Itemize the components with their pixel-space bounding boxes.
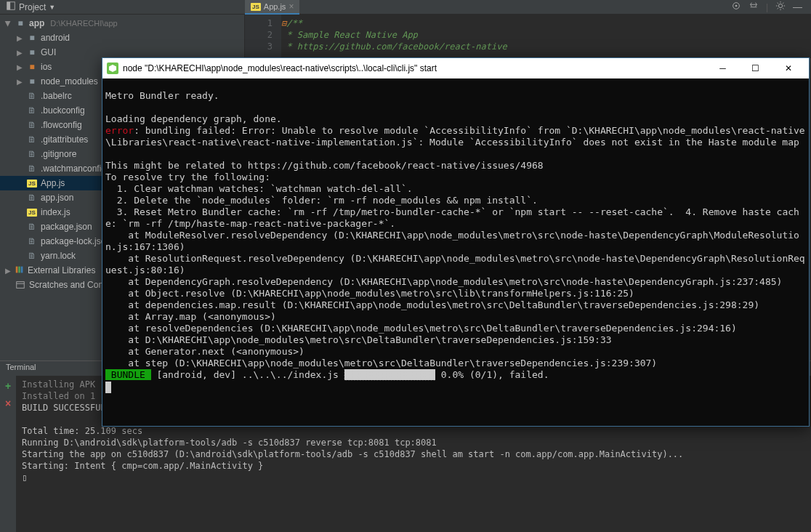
file-name-label: index.js bbox=[41, 207, 70, 217]
file-name-label: .buckconfig bbox=[41, 105, 85, 116]
folder-icon: ■ bbox=[26, 47, 38, 57]
chevron-right-icon[interactable]: ▶ bbox=[4, 267, 12, 275]
file-name-label: .babelrc bbox=[41, 91, 72, 101]
window-titlebar[interactable]: node "D:\KHARECHI\app\node_modules\react… bbox=[102, 58, 809, 78]
file-icon: 🗎 bbox=[26, 91, 38, 101]
tab-app-js[interactable]: JS App.js × bbox=[245, 0, 299, 15]
file-icon: 🗎 bbox=[26, 105, 38, 116]
file-icon: 🗎 bbox=[26, 193, 38, 203]
code-editor[interactable]: ⊟/** * Sample React Native App * https:/… bbox=[281, 15, 811, 58]
ext-libs-label: External Libraries bbox=[28, 265, 95, 275]
root-name: app bbox=[29, 18, 44, 28]
tab-filename: App.js bbox=[264, 2, 286, 11]
file-name-label: .watchmanconfig bbox=[41, 164, 106, 174]
node-icon bbox=[107, 63, 118, 74]
library-icon bbox=[15, 265, 25, 277]
chevron-down-icon: ▼ bbox=[49, 4, 55, 11]
folder-icon: ■ bbox=[15, 18, 26, 28]
editor-gutter: 1 2 3 bbox=[245, 15, 281, 58]
node-console-output[interactable]: Metro Bundler ready. Loading dependency … bbox=[102, 78, 809, 426]
minimize-button[interactable]: ─ bbox=[706, 58, 739, 78]
collapse-icon[interactable] bbox=[749, 1, 759, 13]
folder-icon: ■ bbox=[26, 76, 38, 86]
window-title: node "D:\KHARECHI\app\node_modules\react… bbox=[123, 63, 702, 73]
file-name-label: app.json bbox=[41, 193, 73, 203]
divider: | bbox=[766, 2, 768, 12]
chevron-down-icon[interactable]: ▶ bbox=[4, 20, 12, 27]
svg-rect-1 bbox=[7, 2, 10, 10]
svg-rect-5 bbox=[16, 266, 18, 273]
terminal-add-icon[interactable]: + bbox=[5, 380, 11, 392]
js-file-icon: JS bbox=[26, 180, 38, 188]
file-name-label: GUI bbox=[41, 47, 56, 57]
file-name-label: .flowconfig bbox=[41, 120, 82, 130]
file-name-label: .gitattributes bbox=[41, 134, 88, 145]
gear-icon[interactable] bbox=[775, 1, 786, 13]
svg-point-3 bbox=[735, 5, 738, 7]
tab-close-icon[interactable]: × bbox=[289, 1, 294, 12]
hide-icon[interactable]: — bbox=[793, 1, 802, 12]
svg-rect-8 bbox=[17, 282, 25, 289]
folder-icon: ■ bbox=[26, 33, 38, 43]
tree-root[interactable]: ▶ ■ app D:\KHARECHI\app bbox=[0, 16, 244, 31]
node-console-window: node "D:\KHARECHI\app\node_modules\react… bbox=[102, 57, 810, 427]
file-name-label: ios bbox=[41, 62, 52, 72]
js-file-icon: JS bbox=[251, 3, 261, 11]
chevron-right-icon[interactable]: ▶ bbox=[16, 78, 23, 86]
file-icon: 🗎 bbox=[26, 236, 38, 246]
file-icon: 🗎 bbox=[26, 149, 38, 159]
target-icon[interactable] bbox=[731, 1, 741, 13]
project-dropdown[interactable]: Project ▼ bbox=[3, 0, 58, 15]
tree-item-android[interactable]: ▶■android bbox=[0, 31, 244, 45]
file-name-label: android bbox=[41, 33, 70, 43]
folder-icon: ■ bbox=[26, 62, 38, 72]
file-icon: 🗎 bbox=[26, 251, 38, 261]
file-icon: 🗎 bbox=[26, 134, 38, 145]
close-button[interactable]: ✕ bbox=[772, 58, 804, 78]
file-name-label: node_modules bbox=[41, 76, 98, 86]
js-file-icon: JS bbox=[26, 209, 38, 217]
svg-point-4 bbox=[778, 4, 782, 7]
file-name-label: App.js bbox=[41, 178, 65, 188]
scratch-icon bbox=[15, 280, 26, 290]
file-icon: 🗎 bbox=[26, 164, 38, 174]
file-name-label: yarn.lock bbox=[41, 251, 76, 261]
file-name-label: package-lock.json bbox=[41, 236, 110, 246]
svg-rect-7 bbox=[21, 266, 23, 273]
file-name-label: package.json bbox=[41, 222, 92, 232]
file-name-label: .gitignore bbox=[41, 149, 76, 159]
file-icon: 🗎 bbox=[26, 120, 38, 130]
chevron-right-icon[interactable]: ▶ bbox=[16, 49, 23, 57]
chevron-right-icon[interactable]: ▶ bbox=[16, 34, 23, 42]
file-icon: 🗎 bbox=[26, 222, 38, 232]
project-label: Project bbox=[19, 2, 46, 12]
project-icon bbox=[6, 1, 16, 13]
svg-rect-6 bbox=[18, 266, 20, 273]
terminal-close-icon[interactable]: × bbox=[5, 398, 11, 409]
chevron-right-icon[interactable]: ▶ bbox=[16, 63, 23, 71]
root-path: D:\KHARECHI\app bbox=[50, 19, 117, 28]
maximize-button[interactable]: ☐ bbox=[739, 58, 772, 78]
